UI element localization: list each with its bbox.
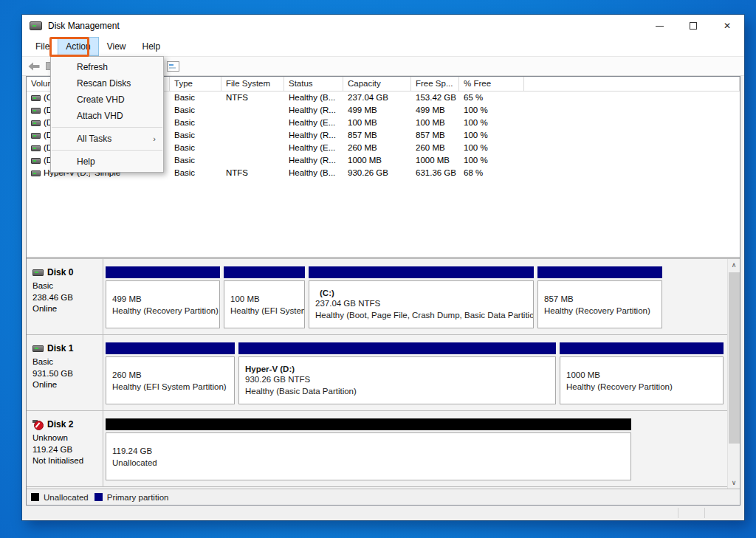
partition-disk2-unallocated[interactable]: 119.24 GB Unallocated: [106, 418, 631, 481]
partition-disk0-recovery2[interactable]: 857 MB Healthy (Recovery Partition): [537, 266, 662, 329]
disk-name: Disk 1: [47, 343, 73, 354]
minimize-button[interactable]: [642, 15, 676, 37]
menu-item-attach-vhd[interactable]: Attach VHD: [51, 108, 163, 124]
legend-primary-partition: Primary partition: [94, 493, 169, 502]
minimize-icon: [656, 26, 664, 27]
column-header-pct-free[interactable]: % Free: [459, 77, 524, 92]
disk-row-0: Disk 0 Basic 238.46 GB Online 499 MB Hea…: [27, 259, 740, 335]
scroll-up-icon[interactable]: ∧: [728, 259, 740, 271]
disk-icon: [32, 269, 44, 276]
maximize-button[interactable]: [676, 15, 710, 37]
back-arrow-icon[interactable]: [28, 61, 41, 72]
volume-icon: [31, 145, 41, 151]
volume-icon: [31, 158, 41, 164]
column-header-capacity[interactable]: Capacity: [343, 77, 411, 92]
column-header-type[interactable]: Type: [170, 77, 221, 92]
submenu-arrow-icon: ›: [153, 134, 156, 143]
menu-bar: File Action View Help: [22, 37, 744, 56]
legend-unallocated: Unallocated: [31, 493, 89, 502]
disk-state: Online: [32, 379, 103, 391]
volume-icon: [31, 95, 41, 101]
legend-bar: Unallocated Primary partition: [27, 489, 740, 505]
partition-color-strip: [106, 418, 631, 430]
volume-icon: [31, 133, 41, 139]
disk1-header[interactable]: Disk 1 Basic 931.50 GB Online: [27, 335, 103, 410]
disk0-header[interactable]: Disk 0 Basic 238.46 GB Online: [27, 259, 103, 334]
volume-icon: [31, 170, 41, 176]
window-controls: ✕: [642, 15, 744, 37]
menu-separator: [52, 127, 162, 128]
vertical-scrollbar[interactable]: ∧ ∨: [727, 259, 740, 489]
partition-color-strip: [224, 266, 305, 278]
column-header-filler: [524, 77, 740, 92]
partition-color-strip: [309, 266, 534, 278]
partition-disk1-efi[interactable]: 260 MB Healthy (EFI System Partition): [106, 342, 235, 405]
maximize-icon: [690, 22, 697, 30]
partition-disk0-efi[interactable]: 100 MB Healthy (EFI System Partition): [224, 266, 305, 329]
unallocated-swatch: [31, 493, 39, 501]
partition-disk0-recovery1[interactable]: 499 MB Healthy (Recovery Partition): [106, 266, 220, 329]
disk-size: 238.46 GB: [32, 292, 103, 304]
disk-state: Not Initialised: [32, 455, 103, 467]
action-dropdown-menu: Refresh Rescan Disks Create VHD Attach V…: [50, 56, 164, 173]
disk-size: 931.50 GB: [32, 368, 103, 380]
menu-separator: [52, 150, 162, 151]
close-button[interactable]: ✕: [710, 15, 744, 37]
disk-type: Basic: [32, 356, 103, 368]
partition-color-strip: [560, 342, 724, 354]
menu-item-create-vhd[interactable]: Create VHD: [51, 92, 163, 108]
disk-graphical-view: Disk 0 Basic 238.46 GB Online 499 MB Hea…: [27, 259, 740, 489]
disk-name: Disk 0: [47, 267, 73, 277]
primary-partition-swatch: [94, 493, 103, 501]
disk-row-2: Disk 2 Unknown 119.24 GB Not Initialised…: [27, 411, 740, 487]
disk-type: Unknown: [32, 432, 103, 444]
app-icon: [30, 21, 42, 30]
titlebar: Disk Management ✕: [22, 15, 744, 37]
partition-color-strip: [106, 342, 235, 354]
menu-view[interactable]: View: [99, 37, 134, 56]
partition-color-strip: [537, 266, 662, 278]
properties-icon[interactable]: [167, 61, 179, 72]
volume-icon: [31, 108, 41, 114]
close-icon: ✕: [724, 21, 731, 31]
column-header-status[interactable]: Status: [284, 77, 343, 92]
menu-item-all-tasks[interactable]: All Tasks ›: [51, 131, 163, 147]
disk2-header[interactable]: Disk 2 Unknown 119.24 GB Not Initialised: [27, 411, 103, 486]
menu-item-rescan-disks[interactable]: Rescan Disks: [51, 75, 163, 92]
column-header-file-system[interactable]: File System: [221, 77, 284, 92]
disk-management-window: Disk Management ✕ File Action View Help …: [22, 15, 744, 520]
disk-error-icon: [32, 420, 44, 430]
partition-disk1-hyperv-d[interactable]: Hyper-V (D:) 930.26 GB NTFS Healthy (Bas…: [238, 342, 556, 405]
scroll-down-icon[interactable]: ∨: [728, 477, 740, 489]
scrollbar-thumb[interactable]: [729, 272, 740, 444]
menu-help[interactable]: Help: [134, 37, 169, 56]
disk-type: Basic: [32, 280, 103, 292]
disk-icon: [32, 345, 44, 352]
desktop-background: { "titlebar": { "title": "Disk Managemen…: [0, 0, 756, 538]
disk-size: 119.24 GB: [32, 444, 103, 456]
volume-icon: [31, 120, 41, 126]
disk-row-1: Disk 1 Basic 931.50 GB Online 260 MB Hea…: [27, 335, 740, 411]
window-title: Disk Management: [48, 21, 120, 31]
disk-name: Disk 2: [47, 419, 73, 430]
menu-file[interactable]: File: [27, 37, 58, 56]
menu-action[interactable]: Action: [58, 37, 98, 56]
partition-color-strip: [106, 266, 220, 278]
menu-item-refresh[interactable]: Refresh: [51, 59, 163, 75]
partition-color-strip: [238, 342, 556, 354]
partition-disk0-c-drive[interactable]: (C:) 237.04 GB NTFS Healthy (Boot, Page …: [309, 266, 534, 329]
menu-item-help[interactable]: Help: [51, 154, 163, 170]
partition-disk1-recovery[interactable]: 1000 MB Healthy (Recovery Partition): [560, 342, 724, 405]
disk-state: Online: [32, 303, 103, 315]
status-bar: [22, 506, 744, 520]
column-header-free-space[interactable]: Free Sp...: [411, 77, 459, 92]
